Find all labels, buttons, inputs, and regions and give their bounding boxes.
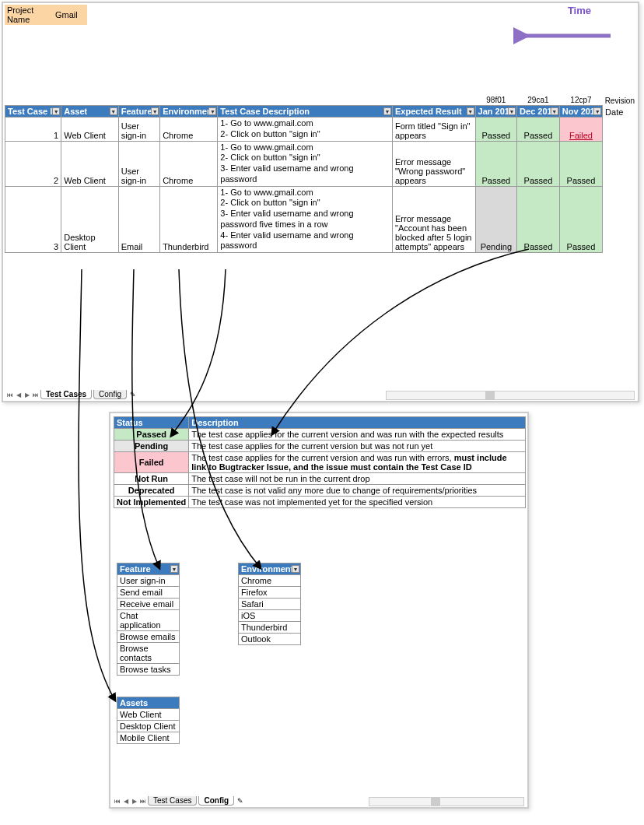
list-item[interactable]: User sign-in [117,575,180,587]
filter-dropdown-icon[interactable]: ▼ [208,107,216,115]
status-name[interactable]: Deprecated [114,485,189,497]
status-desc[interactable]: The test case is not valid any more due … [189,485,526,497]
status-desc[interactable]: The test case will not be run in the cur… [189,473,526,485]
tab-nav-first-icon[interactable]: ⏮ [114,797,121,805]
status-desc[interactable]: The test case was not implemented yet fo… [189,497,526,508]
filter-dropdown-icon[interactable]: ▼ [593,107,601,115]
status-name[interactable]: Passed [114,429,189,441]
env-header[interactable]: Environment▼ [239,563,301,575]
status-row: Passed The test case applies for the cur… [114,429,526,441]
list-item[interactable]: Thunderbird [239,622,301,634]
cell-env[interactable]: Thunderbird [160,186,218,253]
time-label: Time [568,5,591,16]
filter-dropdown-icon[interactable]: ▼ [383,107,391,115]
cell-asset[interactable]: Desktop Client [61,186,119,253]
tab-nav-next-icon[interactable]: ▶ [131,797,138,805]
col-header-expect[interactable]: Expected Result▼ [393,106,476,118]
new-tab-icon[interactable]: ✎ [130,391,136,398]
tab-nav-last-icon[interactable]: ⏭ [139,797,147,805]
filter-dropdown-icon[interactable]: ▼ [292,565,299,573]
sheet-config: Status Description Passed The test case … [109,412,529,809]
filter-dropdown-icon[interactable]: ▼ [151,107,159,115]
tab-config[interactable]: Config [93,390,127,399]
col-header-month2[interactable]: Dec 2013▼ [517,106,560,118]
list-item[interactable]: Chat application [117,610,180,631]
list-item[interactable]: Outlook [239,634,301,645]
status-desc[interactable]: The test case applies for the current ve… [189,452,526,473]
filter-dropdown-icon[interactable]: ▼ [551,107,558,115]
tab-nav-prev-icon[interactable]: ◀ [122,797,130,805]
cell-result[interactable]: Passed [517,141,560,186]
filter-dropdown-icon[interactable]: ▼ [467,107,474,115]
cell-expect[interactable]: Error message "Wrong password" appears [393,141,476,186]
col-header-id[interactable]: Test Case ID▼ [5,106,61,118]
desc-header[interactable]: Description [189,417,526,429]
cell-env[interactable]: Chrome [160,141,218,186]
status-name[interactable]: Not Run [114,473,189,485]
list-item[interactable]: Firefox [239,587,301,599]
cell-feature[interactable]: Email [118,186,159,253]
col-header-month1[interactable]: Jan 2014▼ [475,106,516,118]
col-header-desc[interactable]: Test Case Description▼ [218,106,393,118]
cell-id[interactable]: 1 [5,118,61,142]
list-item[interactable]: iOS [239,610,301,622]
tab-test-cases[interactable]: Test Cases [40,390,92,399]
list-item[interactable]: Receive email [117,599,180,610]
status-desc[interactable]: The test case applies for the current ve… [189,429,526,441]
cell-expect[interactable]: Error message "Account has been blocked … [393,186,476,253]
cell-asset[interactable]: Web Client [61,118,119,142]
status-name[interactable]: Failed [114,452,189,473]
list-item[interactable]: Browse emails [117,631,180,643]
horizontal-scrollbar[interactable] [369,797,524,806]
assets-table: Assets Web Client Desktop Client Mobile … [117,697,180,744]
cell-id[interactable]: 3 [5,186,61,253]
status-name[interactable]: Not Implemented [114,497,189,508]
tab-nav-next-icon[interactable]: ▶ [23,391,31,398]
tab-nav-prev-icon[interactable]: ◀ [15,391,23,398]
tab-nav-first-icon[interactable]: ⏮ [6,391,14,398]
tab-test-cases[interactable]: Test Cases [148,796,197,806]
list-item[interactable]: Browse tasks [117,664,180,676]
cell-desc[interactable]: 1- Go to www.gmail.com2- Click on button… [218,186,393,253]
cell-desc[interactable]: 1- Go to www.gmail.com2- Click on button… [218,141,393,186]
list-item[interactable]: Browse contacts [117,643,180,664]
cell-result[interactable]: Passed [517,118,560,142]
assets-header[interactable]: Assets [117,697,180,709]
cell-feature[interactable]: User sign-in [118,141,159,186]
col-header-asset[interactable]: Asset▼ [61,106,119,118]
col-header-month3[interactable]: Nov 2013▼ [559,106,602,118]
status-desc[interactable]: The test case applies for the current ve… [189,441,526,452]
filter-dropdown-icon[interactable]: ▼ [110,107,117,115]
cell-asset[interactable]: Web Client [61,141,119,186]
cell-result[interactable]: Passed [475,118,516,142]
filter-dropdown-icon[interactable]: ▼ [52,107,60,115]
cell-id[interactable]: 2 [5,141,61,186]
new-tab-icon[interactable]: ✎ [237,797,243,805]
list-item[interactable]: Mobile Client [117,732,180,744]
status-header[interactable]: Status [114,417,189,429]
tab-nav-last-icon[interactable]: ⏭ [32,391,40,398]
cell-expect[interactable]: Form titled "Sign in" appears [393,118,476,142]
horizontal-scrollbar[interactable] [386,391,635,400]
list-item[interactable]: Safari [239,599,301,610]
list-item[interactable]: Send email [117,587,180,599]
cell-result[interactable]: Passed [517,186,560,253]
cell-result-failed[interactable]: Failed [559,118,602,142]
cell-env[interactable]: Chrome [160,118,218,142]
col-header-feature[interactable]: Feature▼ [118,106,159,118]
list-item[interactable]: Web Client [117,709,180,721]
status-name[interactable]: Pending [114,441,189,452]
list-item[interactable]: Desktop Client [117,721,180,732]
cell-desc[interactable]: 1- Go to www.gmail.com2- Click on button… [218,118,393,142]
list-item[interactable]: Chrome [239,575,301,587]
col-header-env[interactable]: Environment▼ [160,106,218,118]
cell-result[interactable]: Passed [559,141,602,186]
cell-result-pending[interactable]: Pending [475,186,516,253]
tab-config[interactable]: Config [198,796,234,806]
filter-dropdown-icon[interactable]: ▼ [170,565,178,573]
feature-header[interactable]: Feature▼ [117,563,180,575]
cell-result[interactable]: Passed [475,141,516,186]
filter-dropdown-icon[interactable]: ▼ [508,107,516,115]
cell-result[interactable]: Passed [559,186,602,253]
cell-feature[interactable]: User sign-in [118,118,159,142]
